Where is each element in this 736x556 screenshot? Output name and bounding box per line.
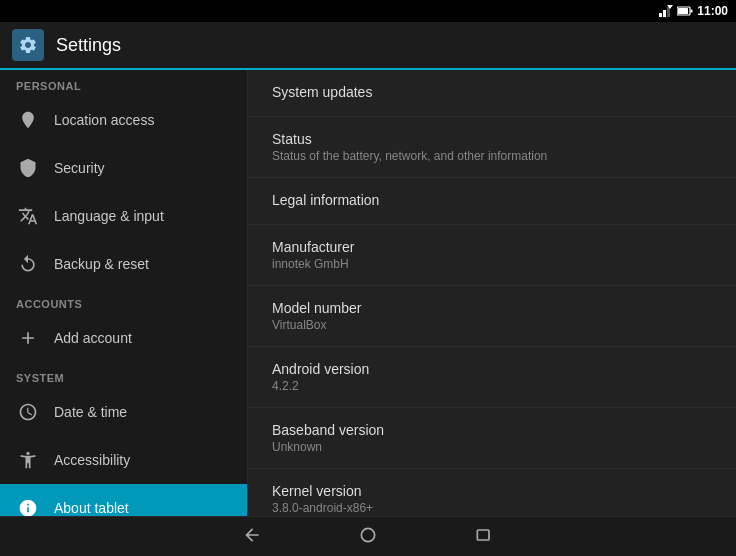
language-icon [16,204,40,228]
about-icon [16,496,40,516]
settings-item-android-version[interactable]: Android version 4.2.2 [248,347,736,408]
svg-rect-5 [691,10,693,13]
back-button[interactable] [234,521,270,553]
security-label: Security [54,160,105,176]
manufacturer-subtitle: innotek GmbH [272,257,712,271]
status-subtitle: Status of the battery, network, and othe… [272,149,712,163]
status-time: 11:00 [697,4,728,18]
sidebar-item-backup-reset[interactable]: Backup & reset [0,240,247,288]
baseband-version-title: Baseband version [272,422,712,438]
settings-item-legal-info[interactable]: Legal information [248,178,736,225]
svg-marker-2 [667,7,670,17]
page-title: Settings [56,35,121,56]
sidebar-item-add-account[interactable]: Add account [0,314,247,362]
language-input-label: Language & input [54,208,164,224]
sidebar-item-date-time[interactable]: Date & time [0,388,247,436]
android-version-title: Android version [272,361,712,377]
manufacturer-title: Manufacturer [272,239,712,255]
about-tablet-label: About tablet [54,500,129,516]
accessibility-icon [16,448,40,472]
kernel-version-title: Kernel version [272,483,712,499]
android-version-subtitle: 4.2.2 [272,379,712,393]
sidebar-item-about-tablet[interactable]: About tablet [0,484,247,516]
status-icons: 11:00 [659,4,728,18]
section-header-accounts: ACCOUNTS [0,288,247,314]
svg-marker-1 [663,10,666,17]
signal-icon [659,5,673,17]
svg-marker-0 [659,13,662,17]
settings-app-icon [12,29,44,61]
model-number-subtitle: VirtualBox [272,318,712,332]
backup-icon [16,252,40,276]
svg-point-8 [361,528,374,541]
backup-reset-label: Backup & reset [54,256,149,272]
add-account-icon [16,326,40,350]
status-title: Status [272,131,712,147]
settings-item-baseband-version[interactable]: Baseband version Unknown [248,408,736,469]
security-icon [16,156,40,180]
settings-item-system-updates[interactable]: System updates [248,70,736,117]
main-content: PERSONAL Location access Security Langua… [0,70,736,516]
settings-item-status[interactable]: Status Status of the battery, network, a… [248,117,736,178]
section-header-system: SYSTEM [0,362,247,388]
section-header-personal: PERSONAL [0,70,247,96]
svg-rect-9 [477,530,489,540]
sidebar: PERSONAL Location access Security Langua… [0,70,248,516]
date-time-label: Date & time [54,404,127,420]
settings-item-kernel-version[interactable]: Kernel version 3.8.0-android-x86+ cwhuan… [248,469,736,516]
datetime-icon [16,400,40,424]
accessibility-label: Accessibility [54,452,130,468]
title-bar: Settings [0,22,736,70]
model-number-title: Model number [272,300,712,316]
battery-icon [677,5,693,17]
settings-item-model-number[interactable]: Model number VirtualBox [248,286,736,347]
home-button[interactable] [350,521,386,553]
sidebar-item-language-input[interactable]: Language & input [0,192,247,240]
nav-bar [0,516,736,556]
kernel-version-subtitle: 3.8.0-android-x86+ cwhuang@fw.cwhuang.in… [272,501,712,516]
content-panel: System updates Status Status of the batt… [248,70,736,516]
system-updates-title: System updates [272,84,712,100]
sidebar-item-location-access[interactable]: Location access [0,96,247,144]
sidebar-item-accessibility[interactable]: Accessibility [0,436,247,484]
location-icon [16,108,40,132]
settings-item-manufacturer[interactable]: Manufacturer innotek GmbH [248,225,736,286]
sidebar-item-security[interactable]: Security [0,144,247,192]
svg-rect-6 [678,8,688,14]
legal-info-title: Legal information [272,192,712,208]
add-account-label: Add account [54,330,132,346]
location-access-label: Location access [54,112,154,128]
baseband-version-subtitle: Unknown [272,440,712,454]
status-bar: 11:00 [0,0,736,22]
recent-apps-button[interactable] [466,521,502,553]
